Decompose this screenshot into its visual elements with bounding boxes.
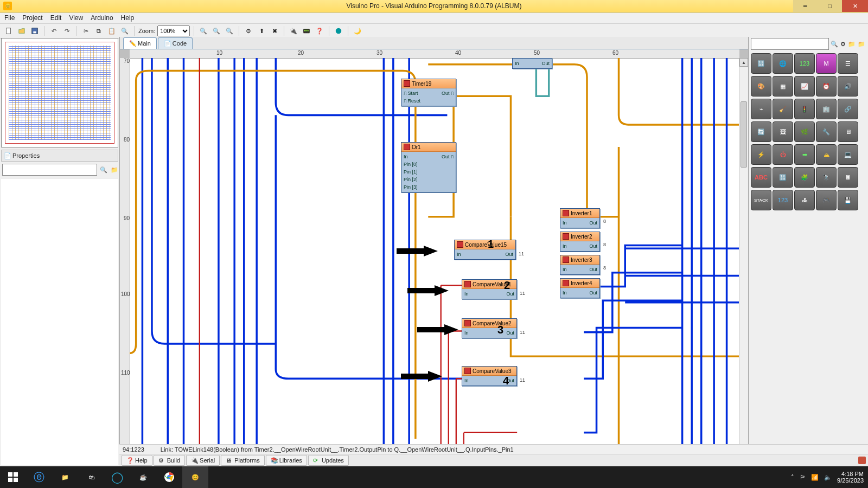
task-chrome-icon[interactable] — [156, 466, 182, 488]
block-inverter2[interactable]: Inverter2 InOut 8 — [560, 232, 600, 252]
palette-filter-icon[interactable]: ⌁ — [751, 99, 771, 119]
tray-wifi-icon[interactable]: 📶 — [811, 474, 819, 481]
undo-button[interactable]: ↶ — [48, 25, 59, 36]
palette-calc-icon[interactable]: 🖩 — [838, 167, 858, 188]
btab-libraries[interactable]: 📚Libraries — [266, 455, 307, 466]
palette-net2-icon[interactable]: 🖧 — [794, 190, 815, 210]
menu-view[interactable]: View — [69, 14, 83, 22]
palette-cfg-button[interactable]: ⚙ — [840, 38, 846, 49]
palette-gamepad-icon[interactable]: 🎮 — [816, 190, 837, 210]
block-comparevalue15[interactable]: CompareValue15 InOut 11 — [454, 240, 516, 260]
upload-button[interactable]: ⬆ — [256, 25, 267, 36]
palette-color-wheel-icon[interactable]: 🎨 — [751, 76, 771, 97]
tab-main[interactable]: ✏️ Main — [123, 37, 157, 49]
palette-keypad-icon[interactable]: 🔢 — [773, 167, 793, 188]
btab-platforms[interactable]: 🖥Platforms — [221, 455, 264, 466]
btab-help[interactable]: ❓Help — [122, 455, 152, 466]
palette-search-input[interactable] — [751, 38, 829, 50]
paste-button[interactable]: 📋 — [106, 25, 117, 36]
palette-motor-icon[interactable]: ⚡ — [751, 144, 771, 165]
design-canvas[interactable]: InOut Timer19 ⎍ StartOut ⎍ ⎍ Reset Or1 I… — [130, 58, 739, 458]
prop-tool-2[interactable]: 📁 — [110, 164, 119, 175]
menu-help[interactable]: Help — [121, 14, 135, 22]
properties-header[interactable]: 📄 Properties — [1, 150, 118, 162]
btab-close-indicator[interactable] — [858, 457, 866, 464]
palette-123-icon[interactable]: 123 — [773, 190, 793, 210]
palette-plant-icon[interactable]: 🌿 — [794, 121, 815, 142]
palette-list-icon[interactable]: ☰ — [838, 53, 858, 74]
tray-chevron-icon[interactable]: ˄ — [791, 474, 794, 481]
block-or1[interactable]: Or1 InOut ⎍ Pin [0] Pin [1] Pin [2] Pin … — [401, 142, 456, 192]
btab-serial[interactable]: 🔌Serial — [186, 455, 220, 466]
palette-numbers-icon[interactable]: 123 — [794, 53, 815, 74]
menu-project[interactable]: Project — [22, 14, 42, 22]
palette-peak-icon[interactable]: ⛰ — [816, 144, 837, 165]
palette-traffic-icon[interactable]: 🚦 — [794, 99, 815, 119]
btab-build[interactable]: ⚙Build — [154, 455, 185, 466]
block-inverter3[interactable]: Inverter3 InOut 8 — [560, 255, 600, 275]
task-java-icon[interactable]: ☕ — [130, 466, 156, 488]
ruler-horizontal[interactable]: 10 20 30 40 50 60 — [130, 49, 739, 59]
overview-panel[interactable] — [1, 38, 118, 147]
btab-updates[interactable]: ⟳Updates — [308, 455, 349, 466]
block-comparevalue2[interactable]: CompareValue2 InOut 11 — [462, 318, 517, 338]
palette-rotate-icon[interactable]: 🔄 — [751, 121, 771, 142]
task-edge-icon[interactable]: ◯ — [104, 466, 130, 488]
task-explorer-icon[interactable]: 📁 — [52, 466, 78, 488]
palette-grid-icon[interactable]: ▦ — [773, 76, 793, 97]
properties-filter-input[interactable] — [2, 164, 97, 176]
start-button[interactable] — [0, 466, 26, 488]
palette-eraser-icon[interactable]: 🧹 — [773, 99, 793, 119]
palette-memory-icon[interactable]: M — [816, 53, 837, 74]
palette-telescope-icon[interactable]: 🔭 — [816, 167, 837, 188]
palette-globe-icon[interactable]: 🌐 — [773, 53, 793, 74]
block-top-inverter[interactable]: InOut — [512, 58, 552, 69]
block-inverter4[interactable]: Inverter4 InOut — [560, 278, 600, 298]
scroll-v-thumb[interactable] — [741, 101, 747, 168]
palette-building-icon[interactable]: 🏢 — [816, 99, 837, 119]
find-button[interactable]: 🔍 — [119, 25, 130, 36]
task-visuino-icon[interactable]: 😊 — [182, 466, 208, 488]
menu-file[interactable]: File — [4, 14, 15, 22]
scrollbar-vertical[interactable]: ▲ ▼ — [739, 58, 748, 458]
palette-folder2[interactable]: 📁 — [857, 38, 866, 49]
board-button[interactable]: 🔌 — [288, 25, 299, 36]
tray-flag-icon[interactable]: 🏳 — [800, 474, 806, 480]
zoom-select[interactable]: 100% — [157, 25, 190, 36]
block-inverter1[interactable]: Inverter1 InOut 8 — [560, 208, 600, 228]
palette-network-icon[interactable]: 🔗 — [838, 99, 858, 119]
help-button[interactable]: ❓ — [314, 25, 325, 36]
save-button[interactable] — [29, 25, 40, 36]
compile-button[interactable]: ⚙ — [243, 25, 254, 36]
menu-arduino[interactable]: Arduino — [91, 14, 113, 22]
open-button[interactable] — [16, 25, 27, 36]
palette-sound-icon[interactable]: 🔊 — [838, 76, 858, 97]
arduino-icon[interactable] — [333, 25, 344, 36]
prop-tool-1[interactable]: 🔍 — [99, 164, 108, 175]
palette-search-button[interactable]: 🔍 — [830, 38, 839, 49]
scroll-up-button[interactable]: ▲ — [739, 58, 748, 67]
palette-puzzle-icon[interactable]: 🧩 — [794, 167, 815, 188]
palette-chart-icon[interactable]: 📈 — [794, 76, 815, 97]
menu-edit[interactable]: Edit — [50, 14, 62, 22]
redo-button[interactable]: ↷ — [61, 25, 72, 36]
palette-clock-icon[interactable]: ⏰ — [816, 76, 837, 97]
copy-button[interactable]: ⧉ — [93, 25, 104, 36]
ruler-vertical[interactable]: 70 80 90 100 110 — [120, 58, 130, 458]
palette-power-icon[interactable]: ⏻ — [773, 144, 793, 165]
palette-desktop-icon[interactable]: 🖥 — [838, 121, 858, 142]
zoom-fit-button[interactable]: 🔍 — [224, 25, 235, 36]
palette-devices-icon[interactable]: 💻 — [838, 144, 858, 165]
palette-folder1[interactable]: 📁 — [847, 38, 856, 49]
serial-button[interactable]: 📟 — [301, 25, 312, 36]
block-timer19[interactable]: Timer19 ⎍ StartOut ⎍ ⎍ Reset — [401, 79, 456, 106]
tray-clock[interactable]: 4:18 PM 9/25/2023 — [837, 471, 864, 484]
task-ie-icon[interactable]: ⓔ — [26, 466, 52, 488]
palette-abc-icon[interactable]: ABC — [751, 167, 771, 188]
tab-code[interactable]: 📄 Code — [158, 37, 193, 49]
zoom-out-button[interactable]: 🔍 — [211, 25, 222, 36]
palette-stack-icon[interactable]: STACK — [751, 190, 771, 210]
cut-button[interactable]: ✂ — [80, 25, 91, 36]
palette-tool-icon[interactable]: 🔧 — [816, 121, 837, 142]
palette-image-icon[interactable]: 🖼 — [773, 121, 793, 142]
